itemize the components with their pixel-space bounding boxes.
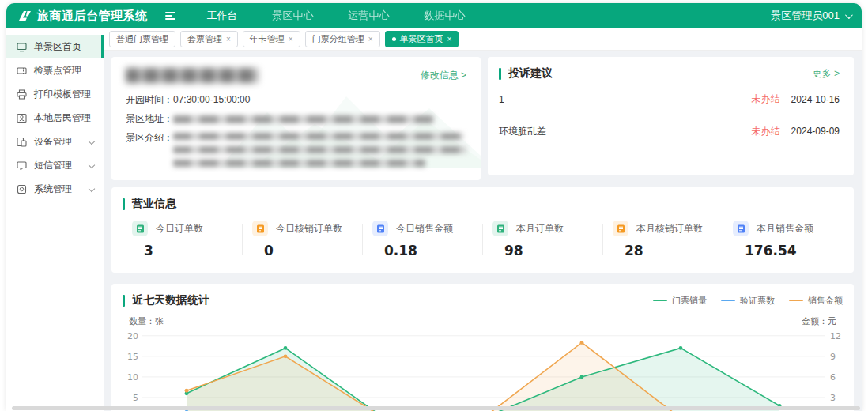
data-point: [679, 346, 683, 350]
ticket-check-icon: [17, 66, 27, 76]
system-gear-icon: [17, 184, 27, 194]
legend-swatch: [653, 300, 667, 301]
page-content: 修改信息 > 开园时间： 07:30:00-15:00:00 景区地址： 景区介…: [104, 51, 862, 411]
status-badge: 未办结: [752, 125, 780, 138]
nav-operation-center[interactable]: 运营中心: [349, 9, 390, 23]
chevron-down-icon: [89, 138, 95, 145]
header-nav: 工作台 景区中心 运营中心 数据中心: [207, 9, 466, 23]
brand-logo-icon: [17, 9, 32, 22]
chart-title: 近七天数据统计: [132, 293, 209, 307]
sidebar-item-ticket-check[interactable]: 检票点管理: [6, 58, 104, 82]
left-axis-caption: 数量：张: [129, 315, 164, 327]
stat-label: 今日核销订单数: [276, 222, 342, 236]
stat-1: 今日核销订单数 0: [243, 221, 362, 258]
chevron-down-icon: [845, 11, 853, 19]
sidebar-item-label: 打印模板管理: [34, 88, 104, 101]
tab-label: 普通门票管理: [116, 33, 168, 45]
active-tab-dot: [392, 37, 396, 41]
business-title: 营业信息: [132, 197, 176, 211]
address-redacted: [173, 115, 434, 123]
data-point: [284, 346, 288, 350]
close-icon[interactable]: ×: [447, 36, 452, 43]
complaint-text: 环境脏乱差: [499, 125, 752, 138]
sidebar: 单景区首页 检票点管理 打印模板管理 本地居民管理 设备管理 短信管理: [6, 28, 104, 411]
more-link[interactable]: 更多 >: [813, 67, 840, 81]
stat-value: 0: [264, 243, 362, 258]
sidebar-item-print-template[interactable]: 打印模板管理: [6, 82, 104, 106]
address-label: 景区地址：: [126, 112, 173, 126]
tab-normal-ticket-management[interactable]: 普通门票管理: [109, 31, 175, 47]
tab-annual-card-management[interactable]: 年卡管理 ×: [243, 31, 300, 47]
user-menu[interactable]: 景区管理员001: [771, 9, 851, 23]
stat-0: 今日订单数 3: [123, 221, 242, 258]
close-icon[interactable]: ×: [289, 36, 293, 43]
legend-label: 验证票数: [740, 295, 775, 307]
right-tick-label: 9: [830, 352, 836, 362]
stat-value: 0.18: [384, 243, 482, 258]
stat-label: 今日订单数: [156, 222, 203, 236]
legend-item-2[interactable]: 销售金额: [789, 295, 843, 307]
nav-scenic-center[interactable]: 景区中心: [273, 9, 314, 23]
legend-item-1[interactable]: 验证票数: [721, 295, 775, 307]
nav-workbench[interactable]: 工作台: [207, 9, 238, 23]
verified-orders-month-icon: [613, 221, 628, 236]
legend-label: 门票销量: [672, 295, 707, 307]
nav-data-center[interactable]: 数据中心: [425, 9, 466, 23]
chevron-down-icon: [89, 162, 95, 168]
sidebar-item-device-management[interactable]: 设备管理: [6, 130, 104, 153]
line-chart[interactable]: 201510512963: [123, 329, 844, 411]
complaint-date: 2024-09-09: [791, 126, 840, 137]
tab-package-ticket-management[interactable]: 套票管理 ×: [180, 31, 238, 47]
sidebar-item-local-residents[interactable]: 本地居民管理: [6, 106, 104, 130]
chart-legend: 门票销量验证票数销售金额: [653, 295, 843, 307]
close-icon[interactable]: ×: [368, 36, 373, 43]
tab-label: 年卡管理: [250, 33, 285, 45]
orders-month-icon: [492, 221, 508, 236]
complaint-row[interactable]: 1 未办结 2024-10-16: [499, 84, 840, 115]
home-monitor-icon: [17, 42, 27, 52]
stat-3: 本月订单数 98: [483, 221, 602, 258]
resident-id-icon: [17, 113, 27, 123]
app-window: 旅商通后台管理系统 工作台 景区中心 运营中心 数据中心 景区管理员001 单景…: [6, 3, 862, 411]
left-tick-label: 15: [127, 352, 138, 362]
stats-row: 今日订单数 3 今日核销订单数 0 今日销售金额 0.18 本月订单数 98 本…: [123, 221, 843, 258]
legend-item-0[interactable]: 门票销量: [653, 295, 707, 307]
tab-single-scenic-home[interactable]: 单景区首页 ×: [385, 31, 459, 47]
sidebar-item-label: 设备管理: [34, 135, 82, 149]
tab-label: 单景区首页: [400, 33, 443, 45]
stat-5: 本月销售金额 176.54: [723, 221, 843, 258]
sales-amount-month-icon: [733, 221, 749, 236]
scenic-info-card: 修改信息 > 开园时间： 07:30:00-15:00:00 景区地址： 景区介…: [111, 57, 481, 180]
sms-icon: [17, 160, 27, 171]
right-tick-label: 12: [830, 331, 841, 341]
data-point: [185, 389, 189, 393]
sidebar-item-label: 本地居民管理: [34, 111, 104, 125]
stat-label: 本月订单数: [516, 222, 564, 236]
horizontal-scrollbar[interactable]: [12, 406, 860, 410]
tab-ticket-group-management[interactable]: 门票分组管理 ×: [305, 31, 380, 47]
status-badge: 未办结: [752, 92, 780, 106]
complaint-date: 2024-10-16: [791, 94, 840, 105]
stat-value: 98: [504, 243, 602, 258]
complaints-card: 投诉建议 更多 > 1 未办结 2024-10-16 环境脏乱差 未办结 202…: [488, 57, 854, 175]
chevron-down-icon: [89, 186, 95, 192]
verified-orders-today-icon: [252, 221, 268, 236]
legend-swatch: [789, 300, 803, 301]
weekly-stats-card: 近七天数据统计 门票销量验证票数销售金额 数量：张 金额：元 201510512…: [111, 284, 854, 411]
tab-label: 门票分组管理: [312, 33, 364, 45]
user-name: 景区管理员001: [771, 9, 840, 23]
sidebar-item-single-scenic-home[interactable]: 单景区首页: [6, 35, 104, 58]
close-icon[interactable]: ×: [226, 36, 231, 43]
collapse-menu-icon[interactable]: [165, 12, 175, 20]
stat-label: 今日销售金额: [396, 222, 453, 236]
sidebar-item-system-management[interactable]: 系统管理: [6, 177, 104, 201]
edit-info-link[interactable]: 修改信息 >: [421, 69, 466, 82]
stat-value: 176.54: [745, 243, 843, 258]
sidebar-item-sms-management[interactable]: 短信管理: [6, 153, 104, 177]
sidebar-item-label: 短信管理: [34, 159, 82, 172]
complaint-row[interactable]: 环境脏乱差 未办结 2024-09-09: [499, 115, 840, 147]
sidebar-item-label: 检票点管理: [34, 64, 104, 77]
data-point: [580, 375, 584, 379]
device-icon: [17, 137, 27, 147]
sidebar-item-label: 单景区首页: [34, 40, 101, 54]
